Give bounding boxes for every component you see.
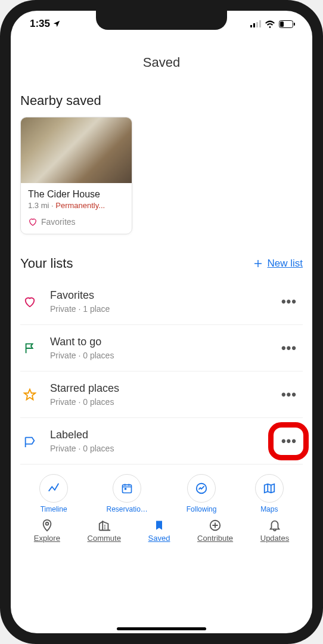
flag-icon (23, 342, 37, 355)
star-icon (23, 388, 37, 401)
nav-commute[interactable]: Commute (88, 518, 121, 543)
list-row-labeled[interactable]: Labeled Private · 0 places ••• (20, 418, 303, 465)
timeline-icon (47, 482, 60, 495)
nav-updates[interactable]: Updates (260, 518, 289, 543)
phone-frame: 1:35 Saved Nearby saved The Cider House … (0, 0, 323, 644)
chip-reservations[interactable]: Reservations (106, 474, 148, 513)
nav-explore[interactable]: Explore (34, 518, 60, 543)
list-title: Favorites (50, 289, 265, 302)
list-subtitle: Private · 1 place (50, 304, 265, 314)
list-title: Starred places (50, 382, 265, 395)
nav-saved[interactable]: Saved (148, 518, 170, 543)
bookmark-icon (153, 519, 165, 532)
svg-rect-1 (253, 23, 255, 27)
list-subtitle: Private · 0 places (50, 444, 265, 453)
page-title: Saved (20, 37, 303, 88)
svg-rect-5 (280, 21, 284, 27)
notch (96, 11, 227, 30)
heart-icon (23, 295, 37, 308)
buildings-icon (97, 519, 111, 532)
svg-rect-8 (125, 488, 126, 490)
nav-contribute[interactable]: Contribute (197, 518, 233, 543)
svg-rect-6 (294, 23, 295, 26)
nearby-heading: Nearby saved (20, 88, 303, 117)
svg-rect-3 (259, 20, 261, 27)
card-image (21, 117, 132, 183)
bell-icon (268, 519, 281, 532)
chip-timeline[interactable]: Timeline (39, 474, 68, 513)
calendar-icon (121, 482, 133, 494)
chip-row: Timeline Reservations Following Maps (20, 465, 303, 513)
more-button[interactable]: ••• (278, 430, 300, 453)
chip-following[interactable]: Following (187, 474, 217, 513)
more-button[interactable]: ••• (278, 383, 300, 406)
more-button[interactable]: ••• (278, 290, 300, 313)
battery-icon (279, 20, 296, 28)
home-indicator[interactable] (117, 627, 206, 630)
svg-point-10 (46, 522, 49, 525)
pin-icon (41, 519, 54, 532)
list-title: Labeled (50, 429, 265, 441)
list-row-starred[interactable]: Starred places Private · 0 places ••• (20, 371, 303, 418)
svg-rect-2 (256, 22, 258, 27)
location-arrow-icon (52, 20, 61, 28)
lists-heading: Your lists (20, 256, 73, 271)
chip-maps[interactable]: Maps (255, 474, 284, 513)
list-subtitle: Private · 0 places (50, 397, 265, 407)
svg-rect-0 (250, 25, 252, 27)
cellular-icon (250, 20, 261, 27)
screen: 1:35 Saved Nearby saved The Cider House … (11, 11, 312, 633)
plus-circle-icon (209, 519, 222, 532)
card-meta: 1.3 mi · Permanently... (28, 201, 125, 210)
label-icon (23, 435, 37, 448)
list-row-favorites[interactable]: Favorites Private · 1 place ••• (20, 278, 303, 325)
list-title: Want to go (50, 336, 265, 348)
plus-icon (253, 258, 263, 269)
wifi-icon (265, 20, 275, 28)
bottom-nav: Explore Commute Saved Contribute Updates (20, 513, 303, 550)
card-title: The Cider House (28, 189, 125, 200)
status-time: 1:35 (30, 18, 50, 30)
list-subtitle: Private · 0 places (50, 351, 265, 360)
svg-rect-7 (123, 485, 132, 493)
heart-icon (28, 217, 38, 227)
new-list-button[interactable]: New list (253, 258, 303, 270)
nearby-card[interactable]: The Cider House 1.3 mi · Permanently... … (20, 117, 132, 234)
list-row-want-to-go[interactable]: Want to go Private · 0 places ••• (20, 325, 303, 371)
card-list-tag: Favorites (28, 217, 125, 227)
map-icon (263, 482, 276, 495)
more-button[interactable]: ••• (278, 337, 300, 360)
trend-icon (195, 482, 208, 495)
